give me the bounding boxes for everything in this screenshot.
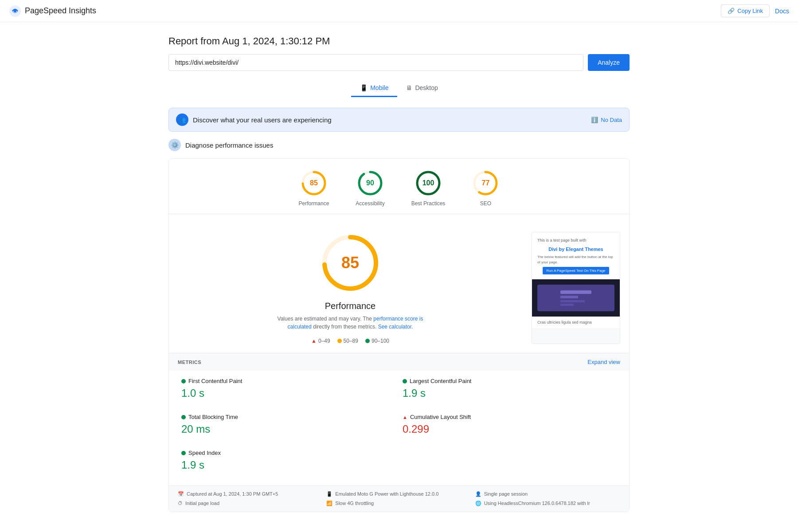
thumb-top-section: This is a test page built with Divi by E… bbox=[532, 232, 620, 279]
footer-captured: 📅 Captured at Aug 1, 2024, 1:30 PM GMT+5 bbox=[178, 491, 323, 497]
info-icon: ℹ️ bbox=[591, 117, 598, 123]
score-item-performance[interactable]: 85 Performance bbox=[299, 169, 329, 207]
analyze-button[interactable]: Analyze bbox=[588, 54, 630, 71]
legend-green-dot bbox=[365, 339, 370, 343]
legend-orange-dot bbox=[337, 339, 342, 343]
metric-cls: ▲ Cumulative Layout Shift 0.299 bbox=[399, 407, 620, 442]
globe-icon: 🌐 bbox=[475, 501, 481, 506]
best-practices-circle: 100 bbox=[415, 169, 442, 197]
header-actions: 🔗 Copy Link Docs bbox=[721, 4, 789, 17]
url-input[interactable] bbox=[168, 54, 583, 71]
performance-score-value: 85 bbox=[310, 179, 318, 187]
lcp-status-dot bbox=[403, 379, 407, 383]
mobile-icon: 📱 bbox=[360, 84, 368, 91]
seo-score-label: SEO bbox=[480, 200, 491, 207]
legend-item-pass: 90–100 bbox=[365, 338, 389, 344]
best-practices-score-value: 100 bbox=[422, 179, 434, 187]
accessibility-score-label: Accessibility bbox=[356, 200, 384, 207]
no-data-badge: ℹ️ No Data bbox=[591, 117, 622, 123]
discover-section: 👥 Discover what your real users are expe… bbox=[168, 108, 630, 132]
thumb-graphic-svg bbox=[558, 287, 594, 309]
url-bar: Analyze bbox=[168, 54, 630, 71]
header: PageSpeed Insights 🔗 Copy Link Docs bbox=[0, 0, 798, 22]
svg-rect-13 bbox=[560, 290, 591, 294]
discover-header-left: 👥 Discover what your real users are expe… bbox=[176, 113, 332, 126]
score-panel: 85 Performance 90 Accessibility bbox=[168, 158, 630, 512]
expand-view-button[interactable]: Expand view bbox=[587, 359, 620, 365]
user-icon: 👤 bbox=[475, 491, 481, 497]
diagnose-icon: ⚙️ bbox=[168, 139, 181, 151]
svg-rect-16 bbox=[560, 304, 574, 306]
footer-emulated: 📱 Emulated Moto G Power with Lighthouse … bbox=[326, 491, 471, 497]
fcp-status-dot bbox=[181, 379, 186, 383]
performance-circle: 85 bbox=[300, 169, 328, 197]
seo-circle: 77 bbox=[472, 169, 499, 197]
metric-fcp: First Contentful Paint 1.0 s bbox=[178, 371, 399, 407]
tbt-status-dot bbox=[181, 415, 186, 419]
performance-score-label: Performance bbox=[299, 200, 329, 207]
metric-si: Speed Index 1.9 s bbox=[178, 442, 399, 478]
docs-link[interactable]: Docs bbox=[775, 8, 789, 15]
metric-tbt: Total Blocking Time 20 ms bbox=[178, 407, 399, 442]
diagnose-header: ⚙️ Diagnose performance issues bbox=[168, 139, 630, 151]
discover-icon: 👥 bbox=[176, 113, 188, 126]
calc-link2[interactable]: See calculator. bbox=[378, 324, 413, 330]
metric-si-name: Speed Index bbox=[181, 450, 395, 456]
pagespeed-logo-icon bbox=[9, 5, 21, 17]
score-legend: ▲ 0–49 50–89 90–100 bbox=[311, 338, 389, 344]
performance-subtitle: Values are estimated and may vary. The p… bbox=[275, 315, 426, 331]
score-item-accessibility[interactable]: 90 Accessibility bbox=[356, 169, 384, 207]
metric-tbt-name: Total Blocking Time bbox=[181, 414, 395, 420]
legend-item-fail: ▲ 0–49 bbox=[311, 338, 330, 344]
thumb-bottom-text: Cras ultricies ligula sed magna bbox=[537, 320, 592, 325]
legend-triangle-icon: ▲ bbox=[311, 338, 317, 344]
footer-info: 📅 Captured at Aug 1, 2024, 1:30 PM GMT+5… bbox=[169, 485, 629, 512]
metric-fcp-value: 1.0 s bbox=[181, 387, 395, 399]
metric-lcp: Largest Contentful Paint 1.9 s bbox=[399, 371, 620, 407]
signal-icon: 📶 bbox=[326, 501, 332, 506]
thumb-bottom-section: Cras ultricies ligula sed magna bbox=[532, 317, 620, 328]
thumb-top-text: This is a test page built with bbox=[537, 238, 614, 244]
footer-page-load: ⏱ Initial page load bbox=[178, 501, 323, 506]
timer-icon: ⏱ bbox=[178, 501, 183, 506]
desktop-icon: 🖥 bbox=[406, 84, 412, 91]
score-item-seo[interactable]: 77 SEO bbox=[472, 169, 499, 207]
best-practices-score-label: Best Practices bbox=[411, 200, 446, 207]
device-icon: 📱 bbox=[326, 491, 332, 497]
accessibility-circle: 90 bbox=[356, 169, 384, 197]
footer-chromium: 🌐 Using HeadlessChromium 126.0.6478.182 … bbox=[475, 501, 620, 506]
diagnose-title: Diagnose performance issues bbox=[185, 141, 273, 149]
big-performance-circle: 85 bbox=[319, 232, 381, 294]
accessibility-score-value: 90 bbox=[366, 179, 374, 187]
thumb-site-title: Divi by Elegant Themes bbox=[537, 246, 614, 253]
tab-mobile[interactable]: 📱 Mobile bbox=[351, 80, 397, 97]
score-summary: 85 Performance 90 Accessibility bbox=[169, 159, 629, 214]
copy-link-button[interactable]: 🔗 Copy Link bbox=[721, 4, 770, 17]
metric-lcp-name: Largest Contentful Paint bbox=[403, 378, 617, 384]
metric-tbt-value: 20 ms bbox=[181, 423, 395, 435]
calendar-icon: 📅 bbox=[178, 491, 184, 497]
cls-warning-icon: ▲ bbox=[403, 415, 407, 420]
performance-detail: 85 Performance Values are estimated and … bbox=[169, 214, 629, 353]
svg-rect-14 bbox=[560, 296, 578, 298]
footer-throttling: 📶 Slow 4G throttling bbox=[326, 501, 471, 506]
metrics-label: METRICS bbox=[178, 360, 201, 365]
thumb-sub-text: The below featured will add the button a… bbox=[537, 254, 614, 265]
metric-si-value: 1.9 s bbox=[181, 459, 395, 471]
report-title: Report from Aug 1, 2024, 1:30:12 PM bbox=[168, 35, 630, 47]
tab-desktop[interactable]: 🖥 Desktop bbox=[397, 80, 446, 97]
link-icon: 🔗 bbox=[728, 8, 735, 14]
metric-cls-value: 0.299 bbox=[403, 423, 617, 435]
performance-detail-left: 85 Performance Values are estimated and … bbox=[178, 223, 523, 344]
metric-cls-name: ▲ Cumulative Layout Shift bbox=[403, 414, 617, 420]
logo: PageSpeed Insights bbox=[9, 5, 96, 17]
svg-rect-15 bbox=[560, 300, 585, 302]
legend-item-average: 50–89 bbox=[337, 338, 358, 344]
big-performance-score: 85 bbox=[341, 254, 359, 272]
metrics-header: METRICS Expand view bbox=[169, 353, 629, 371]
seo-score-value: 77 bbox=[481, 179, 489, 187]
tabs: 📱 Mobile 🖥 Desktop bbox=[168, 80, 630, 97]
score-item-best-practices[interactable]: 100 Best Practices bbox=[411, 169, 446, 207]
screenshot-thumbnail: This is a test page built with Divi by E… bbox=[532, 232, 620, 344]
app-title: PageSpeed Insights bbox=[25, 6, 96, 16]
